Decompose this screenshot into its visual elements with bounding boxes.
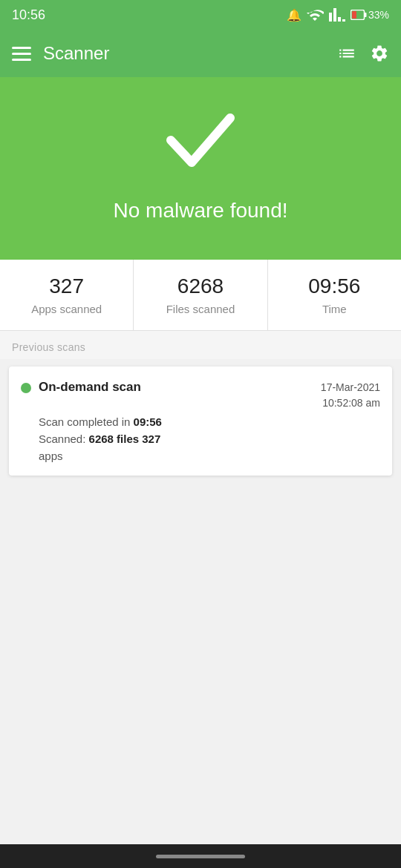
scan-date: 17-Mar-2021 10:52:08 am (321, 380, 380, 411)
scan-card: On-demand scan 17-Mar-2021 10:52:08 am S… (9, 366, 392, 476)
scan-card-header: On-demand scan 17-Mar-2021 10:52:08 am (21, 380, 380, 411)
list-icon[interactable] (337, 44, 356, 63)
battery-shape (351, 10, 367, 20)
checkmark-icon (163, 107, 238, 184)
scan-time-value: 10:52:08 am (322, 397, 380, 409)
battery-icon: 33% (351, 9, 389, 21)
stat-files-scanned: 6268 Files scanned (134, 260, 267, 330)
scan-completed-value: 09:56 (134, 415, 162, 428)
hero-message: No malware found! (113, 199, 287, 223)
top-bar-right (337, 44, 389, 63)
status-time: 10:56 (12, 7, 45, 23)
settings-icon[interactable] (370, 44, 389, 63)
alarm-icon: 🔔 (287, 8, 301, 22)
battery-percent: 33% (368, 9, 389, 21)
stat-apps-scanned: 327 Apps scanned (0, 260, 134, 330)
status-bar: 10:56 🔔 33% (0, 0, 401, 30)
top-bar-left: Scanner (12, 43, 109, 64)
wifi-icon (306, 6, 324, 24)
apps-scanned-number: 327 (49, 274, 84, 298)
files-scanned-label: Files scanned (166, 303, 235, 315)
stats-section: 327 Apps scanned 6268 Files scanned 09:5… (0, 260, 401, 331)
scan-title: On-demand scan (39, 380, 141, 395)
scan-status-dot (21, 383, 31, 393)
scan-date-value: 17-Mar-2021 (321, 381, 380, 393)
svg-rect-1 (352, 11, 356, 19)
scan-detail-2: Scanned: 6268 files 327 (21, 433, 380, 445)
menu-icon[interactable] (12, 47, 31, 61)
scanned-apps: apps (39, 450, 63, 462)
scanned-label: Scanned: (39, 433, 89, 445)
previous-scans-label: Previous scans (0, 331, 401, 359)
time-number: 09:56 (308, 274, 360, 298)
bottom-bar (0, 844, 401, 868)
top-bar: Scanner (0, 30, 401, 77)
app-title: Scanner (43, 43, 109, 64)
signal-icon (328, 6, 346, 24)
scan-card-left: On-demand scan (21, 380, 141, 395)
home-indicator (156, 855, 245, 858)
stat-time: 09:56 Time (268, 260, 401, 330)
scanned-value: 6268 files 327 (89, 433, 161, 445)
scan-detail-1: Scan completed in 09:56 (21, 415, 380, 428)
files-scanned-number: 6268 (177, 274, 224, 298)
hero-section: No malware found! (0, 77, 401, 260)
apps-scanned-label: Apps scanned (31, 303, 102, 315)
svg-rect-2 (364, 13, 366, 17)
time-label: Time (322, 303, 347, 315)
scan-completed-label: Scan completed in (39, 415, 134, 428)
status-icons: 🔔 33% (287, 6, 389, 24)
scan-detail-3: apps (21, 450, 380, 462)
